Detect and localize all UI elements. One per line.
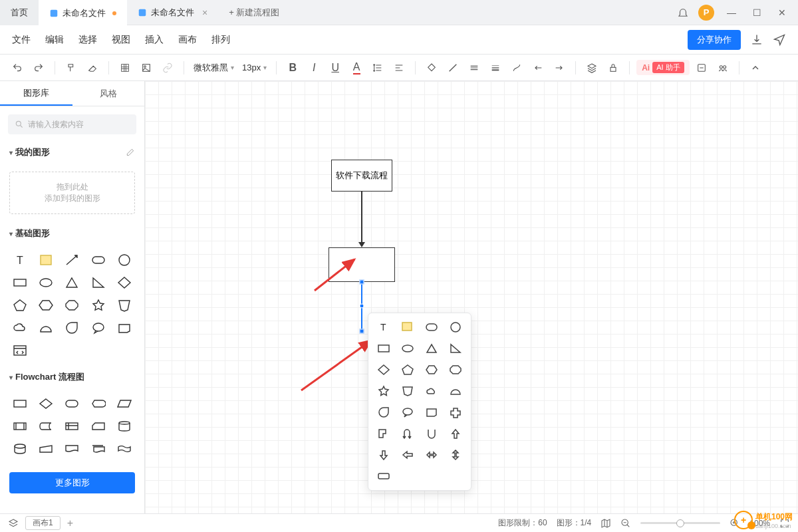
tab-active[interactable]: 未命名文件	[39, 0, 127, 25]
line-spacing-button[interactable]	[368, 59, 387, 77]
bold-button[interactable]: B	[283, 59, 302, 77]
section-flowchart[interactable]: ▾ Flowchart 流程图	[9, 371, 135, 383]
shape-triangle[interactable]	[62, 274, 82, 291]
menu-canvas[interactable]: 画布	[178, 34, 197, 46]
popup-text[interactable]: T	[374, 319, 394, 336]
popup-right-triangle[interactable]	[446, 340, 466, 357]
menu-select[interactable]: 选择	[78, 34, 97, 46]
popup-u-turn[interactable]	[398, 425, 418, 442]
popup-frame[interactable]	[422, 404, 442, 421]
link-button[interactable]	[158, 59, 177, 77]
add-page-button[interactable]: +	[67, 517, 73, 529]
node-process[interactable]	[329, 247, 395, 282]
grid-icon[interactable]	[116, 59, 134, 77]
popup-arrow-up[interactable]	[446, 425, 466, 442]
drop-zone[interactable]: 拖到此处 添加到我的图形	[9, 172, 135, 214]
popup-arrow-bidir[interactable]	[422, 446, 442, 464]
font-color-button[interactable]: A	[347, 59, 366, 77]
shape-speech[interactable]	[88, 319, 108, 336]
shape-right-triangle[interactable]	[88, 274, 108, 291]
shape-process[interactable]	[9, 395, 30, 412]
layers-button[interactable]	[583, 59, 601, 77]
popup-arrow-down[interactable]	[374, 446, 394, 464]
close-button[interactable]: ✕	[774, 5, 790, 21]
shape-document[interactable]	[62, 440, 82, 458]
popup-teardrop[interactable]	[374, 404, 394, 421]
ai-assistant-button[interactable]: Ai AI 助手	[636, 60, 689, 75]
shape-pentagon[interactable]	[9, 297, 30, 314]
send-icon[interactable]	[773, 33, 786, 47]
section-my-shapes[interactable]: ▾ 我的图形	[9, 146, 135, 158]
redo-button[interactable]	[29, 59, 48, 77]
font-size-select[interactable]: 13px ▾	[239, 61, 269, 74]
sidebar-tab-style[interactable]: 风格	[72, 81, 145, 106]
edge-1[interactable]	[361, 192, 362, 245]
more-shapes-button[interactable]: 更多图形	[9, 472, 135, 493]
style-button[interactable]	[692, 59, 711, 77]
shape-multi-document[interactable]	[88, 440, 108, 458]
map-icon[interactable]	[600, 518, 611, 529]
popup-u-shape[interactable]	[422, 425, 442, 442]
eraser-button[interactable]	[83, 59, 102, 77]
popup-corner[interactable]	[374, 425, 394, 442]
popup-cloud[interactable]	[422, 382, 442, 400]
image-button[interactable]	[137, 59, 156, 77]
line-color-button[interactable]	[444, 59, 462, 77]
popup-rounded-rect[interactable]	[422, 319, 442, 336]
menu-view[interactable]: 视图	[112, 34, 130, 46]
shape-tape[interactable]	[114, 440, 135, 458]
handle-start[interactable]	[360, 280, 364, 285]
shape-decision[interactable]	[35, 395, 56, 412]
shape-internal-storage[interactable]	[62, 418, 82, 435]
shape-arc[interactable]	[35, 319, 56, 336]
shape-stored-data[interactable]	[35, 418, 56, 435]
handle-mid[interactable]	[360, 304, 364, 309]
popup-hexagon[interactable]	[422, 361, 442, 378]
close-icon[interactable]: ×	[202, 7, 207, 18]
shape-teardrop[interactable]	[62, 319, 82, 336]
zoom-out-icon[interactable]	[620, 518, 631, 529]
popup-octagon[interactable]	[446, 361, 466, 378]
avatar[interactable]: P	[698, 5, 714, 21]
popup-rect2[interactable]	[374, 467, 394, 485]
popup-plus[interactable]	[446, 404, 466, 421]
node-start[interactable]: 软件下载流程	[331, 160, 392, 192]
popup-arc[interactable]	[446, 382, 466, 400]
format-painter-button[interactable]	[62, 59, 80, 77]
popup-rect[interactable]	[374, 340, 394, 357]
undo-button[interactable]	[8, 59, 27, 77]
section-basic-shapes[interactable]: ▾ 基础图形	[9, 227, 135, 239]
popup-star[interactable]	[374, 382, 394, 400]
search-input[interactable]: 请输入搜索内容	[8, 114, 136, 134]
menu-edit[interactable]: 编辑	[45, 34, 64, 46]
minimize-button[interactable]: —	[724, 5, 739, 21]
shape-hexagon[interactable]	[35, 297, 56, 314]
popup-ellipse[interactable]	[398, 340, 418, 357]
shape-octagon[interactable]	[62, 297, 82, 314]
italic-button[interactable]: I	[305, 59, 323, 77]
menu-arrange[interactable]: 排列	[211, 34, 230, 46]
popup-arrow-updown[interactable]	[446, 446, 466, 464]
font-select[interactable]: 微软雅黑 ▾	[191, 61, 237, 75]
shape-line[interactable]	[62, 251, 82, 269]
arrow-start-button[interactable]	[529, 59, 547, 77]
shape-star[interactable]	[88, 297, 108, 314]
popup-speech[interactable]	[398, 404, 418, 421]
shape-manual-input[interactable]	[35, 440, 56, 458]
shape-circle[interactable]	[114, 251, 135, 269]
shape-database[interactable]	[114, 418, 135, 435]
layers-icon[interactable]	[8, 518, 19, 529]
underline-button[interactable]: U	[326, 59, 344, 77]
shape-text[interactable]: T	[9, 251, 30, 269]
shape-diamond[interactable]	[114, 274, 135, 291]
line-style-button[interactable]	[465, 59, 483, 77]
menu-insert[interactable]: 插入	[145, 34, 164, 46]
shape-display[interactable]	[88, 395, 108, 412]
tab-home[interactable]: 首页	[0, 0, 39, 25]
lock-button[interactable]	[604, 59, 622, 77]
shape-rect[interactable]	[9, 274, 30, 291]
shape-rounded-rect[interactable]	[88, 251, 108, 269]
shape-data[interactable]	[114, 395, 135, 412]
popup-circle[interactable]	[446, 319, 466, 336]
align-button[interactable]	[390, 59, 408, 77]
